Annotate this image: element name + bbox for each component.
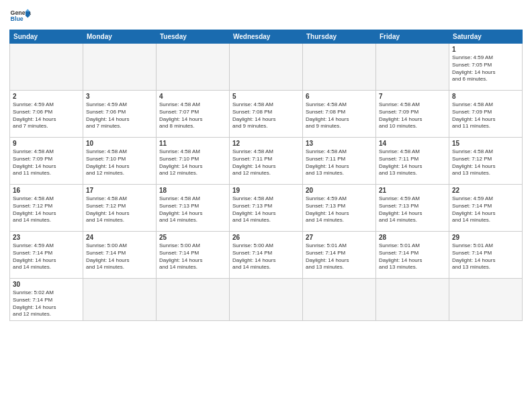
- day-info: Sunrise: 4:58 AMSunset: 7:12 PMDaylight:…: [86, 195, 153, 224]
- calendar-cell: [230, 279, 303, 321]
- day-info: Sunrise: 4:58 AMSunset: 7:13 PMDaylight:…: [159, 195, 226, 224]
- day-number: 15: [452, 140, 519, 147]
- day-number: 30: [13, 281, 80, 288]
- day-number: 5: [232, 93, 300, 100]
- calendar-cell: 27Sunrise: 5:01 AMSunset: 7:14 PMDayligh…: [303, 232, 376, 279]
- day-info: Sunrise: 4:58 AMSunset: 7:09 PMDaylight:…: [452, 101, 519, 130]
- day-info: Sunrise: 5:00 AMSunset: 7:14 PMDaylight:…: [159, 242, 226, 271]
- day-number: 3: [86, 93, 153, 100]
- calendar-cell: 29Sunrise: 5:01 AMSunset: 7:14 PMDayligh…: [449, 232, 523, 279]
- day-number: 17: [86, 187, 153, 194]
- calendar-body: 1Sunrise: 4:59 AMSunset: 7:05 PMDaylight…: [10, 44, 523, 321]
- day-number: 28: [379, 234, 446, 241]
- calendar-cell: 19Sunrise: 4:58 AMSunset: 7:13 PMDayligh…: [230, 185, 303, 232]
- day-info: Sunrise: 4:58 AMSunset: 7:11 PMDaylight:…: [379, 148, 446, 177]
- calendar-cell: [157, 279, 230, 321]
- calendar-cell: [376, 279, 449, 321]
- day-number: 13: [306, 140, 373, 147]
- calendar-cell: 15Sunrise: 4:58 AMSunset: 7:12 PMDayligh…: [449, 138, 523, 185]
- calendar-cell: 23Sunrise: 4:59 AMSunset: 7:14 PMDayligh…: [10, 232, 83, 279]
- calendar-cell: 22Sunrise: 4:59 AMSunset: 7:14 PMDayligh…: [449, 185, 523, 232]
- calendar-cell: 12Sunrise: 4:58 AMSunset: 7:11 PMDayligh…: [230, 138, 303, 185]
- calendar-cell: 28Sunrise: 5:01 AMSunset: 7:14 PMDayligh…: [376, 232, 449, 279]
- day-info: Sunrise: 4:58 AMSunset: 7:09 PMDaylight:…: [379, 101, 446, 130]
- calendar-cell: 10Sunrise: 4:58 AMSunset: 7:10 PMDayligh…: [83, 138, 157, 185]
- calendar-cell: 11Sunrise: 4:58 AMSunset: 7:10 PMDayligh…: [157, 138, 230, 185]
- day-number: 21: [379, 187, 446, 194]
- day-number: 10: [86, 140, 153, 147]
- day-number: 9: [13, 140, 80, 147]
- logo-icon: General Blue: [9, 7, 31, 26]
- day-number: 19: [232, 187, 300, 194]
- calendar-row: 9Sunrise: 4:58 AMSunset: 7:09 PMDaylight…: [10, 138, 523, 185]
- day-number: 12: [232, 140, 300, 147]
- calendar-cell: 4Sunrise: 4:58 AMSunset: 7:07 PMDaylight…: [157, 91, 230, 138]
- day-number: 24: [86, 234, 153, 241]
- calendar-cell: 13Sunrise: 4:58 AMSunset: 7:11 PMDayligh…: [303, 138, 376, 185]
- calendar-cell: 1Sunrise: 4:59 AMSunset: 7:05 PMDaylight…: [449, 44, 523, 91]
- day-info: Sunrise: 4:58 AMSunset: 7:12 PMDaylight:…: [452, 148, 519, 177]
- day-info: Sunrise: 4:58 AMSunset: 7:11 PMDaylight:…: [232, 148, 300, 177]
- day-info: Sunrise: 4:58 AMSunset: 7:13 PMDaylight:…: [232, 195, 300, 224]
- calendar-cell: 17Sunrise: 4:58 AMSunset: 7:12 PMDayligh…: [83, 185, 157, 232]
- weekday-header: Thursday: [303, 30, 376, 44]
- calendar-header: SundayMondayTuesdayWednesdayThursdayFrid…: [10, 30, 523, 44]
- day-info: Sunrise: 4:59 AMSunset: 7:13 PMDaylight:…: [379, 195, 446, 224]
- calendar-cell: [10, 44, 83, 91]
- weekday-header: Wednesday: [230, 30, 303, 44]
- day-number: 26: [232, 234, 300, 241]
- calendar-cell: 16Sunrise: 4:58 AMSunset: 7:12 PMDayligh…: [10, 185, 83, 232]
- weekday-header: Sunday: [10, 30, 83, 44]
- calendar-cell: 21Sunrise: 4:59 AMSunset: 7:13 PMDayligh…: [376, 185, 449, 232]
- day-info: Sunrise: 4:58 AMSunset: 7:10 PMDaylight:…: [86, 148, 153, 177]
- weekday-header: Monday: [83, 30, 157, 44]
- weekday-header: Friday: [376, 30, 449, 44]
- day-info: Sunrise: 5:02 AMSunset: 7:14 PMDaylight:…: [13, 289, 80, 318]
- day-info: Sunrise: 4:58 AMSunset: 7:12 PMDaylight:…: [13, 195, 80, 224]
- day-info: Sunrise: 4:58 AMSunset: 7:08 PMDaylight:…: [306, 101, 373, 130]
- day-number: 16: [13, 187, 80, 194]
- calendar-cell: 3Sunrise: 4:59 AMSunset: 7:06 PMDaylight…: [83, 91, 157, 138]
- day-info: Sunrise: 5:01 AMSunset: 7:14 PMDaylight:…: [379, 242, 446, 271]
- day-number: 23: [13, 234, 80, 241]
- day-number: 8: [452, 93, 519, 100]
- day-info: Sunrise: 4:58 AMSunset: 7:11 PMDaylight:…: [306, 148, 373, 177]
- day-number: 7: [379, 93, 446, 100]
- calendar-table: SundayMondayTuesdayWednesdayThursdayFrid…: [9, 30, 523, 321]
- calendar-cell: [83, 279, 157, 321]
- day-info: Sunrise: 4:59 AMSunset: 7:06 PMDaylight:…: [13, 101, 80, 130]
- svg-text:Blue: Blue: [11, 15, 24, 22]
- calendar-cell: 26Sunrise: 5:00 AMSunset: 7:14 PMDayligh…: [230, 232, 303, 279]
- calendar-row: 30Sunrise: 5:02 AMSunset: 7:14 PMDayligh…: [10, 279, 523, 321]
- day-number: 11: [159, 140, 226, 147]
- day-info: Sunrise: 5:00 AMSunset: 7:14 PMDaylight:…: [86, 242, 153, 271]
- day-number: 18: [159, 187, 226, 194]
- calendar-cell: 5Sunrise: 4:58 AMSunset: 7:08 PMDaylight…: [230, 91, 303, 138]
- day-info: Sunrise: 4:59 AMSunset: 7:13 PMDaylight:…: [306, 195, 373, 224]
- day-number: 4: [159, 93, 226, 100]
- svg-marker-2: [26, 11, 30, 18]
- day-number: 2: [13, 93, 80, 100]
- calendar-cell: 9Sunrise: 4:58 AMSunset: 7:09 PMDaylight…: [10, 138, 83, 185]
- day-info: Sunrise: 4:59 AMSunset: 7:14 PMDaylight:…: [452, 195, 519, 224]
- day-info: Sunrise: 4:59 AMSunset: 7:14 PMDaylight:…: [13, 242, 80, 271]
- calendar-cell: [303, 279, 376, 321]
- weekday-row: SundayMondayTuesdayWednesdayThursdayFrid…: [10, 30, 523, 44]
- weekday-header: Tuesday: [157, 30, 230, 44]
- calendar-cell: [157, 44, 230, 91]
- calendar-row: 2Sunrise: 4:59 AMSunset: 7:06 PMDaylight…: [10, 91, 523, 138]
- calendar-cell: 14Sunrise: 4:58 AMSunset: 7:11 PMDayligh…: [376, 138, 449, 185]
- day-info: Sunrise: 4:58 AMSunset: 7:09 PMDaylight:…: [13, 148, 80, 177]
- day-number: 20: [306, 187, 373, 194]
- calendar-row: 1Sunrise: 4:59 AMSunset: 7:05 PMDaylight…: [10, 44, 523, 91]
- day-info: Sunrise: 4:58 AMSunset: 7:08 PMDaylight:…: [232, 101, 300, 130]
- day-info: Sunrise: 5:00 AMSunset: 7:14 PMDaylight:…: [232, 242, 300, 271]
- day-number: 6: [306, 93, 373, 100]
- calendar-cell: 18Sunrise: 4:58 AMSunset: 7:13 PMDayligh…: [157, 185, 230, 232]
- day-number: 22: [452, 187, 519, 194]
- day-info: Sunrise: 4:59 AMSunset: 7:06 PMDaylight:…: [86, 101, 153, 130]
- calendar-cell: 8Sunrise: 4:58 AMSunset: 7:09 PMDaylight…: [449, 91, 523, 138]
- logo: General Blue: [9, 7, 31, 26]
- calendar-cell: 30Sunrise: 5:02 AMSunset: 7:14 PMDayligh…: [10, 279, 83, 321]
- calendar-cell: [230, 44, 303, 91]
